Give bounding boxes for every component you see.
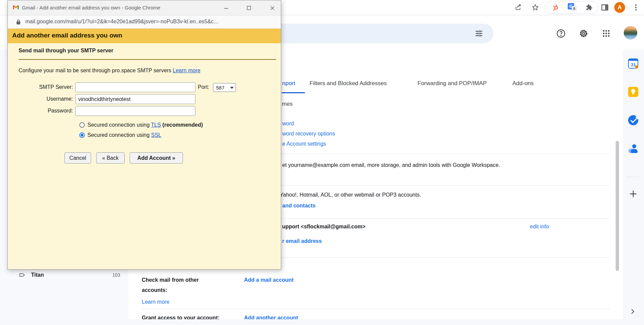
page-bottom-strip bbox=[0, 319, 623, 325]
browser-menu-kebab-icon[interactable] bbox=[632, 3, 640, 12]
close-button[interactable] bbox=[265, 0, 280, 16]
grant-access-label-clipped: Grant access to your account: bbox=[142, 315, 219, 319]
tab-accounts-import-fragment[interactable]: nport bbox=[282, 80, 295, 87]
popup-address-bar[interactable]: mail.google.com/mail/u/1/?ui=2&ik=4e20e1… bbox=[8, 16, 281, 29]
import-mail-contacts-link-fragment[interactable]: and contacts bbox=[282, 203, 316, 209]
workspace-text-fragment: et yourname@example.com email, more stor… bbox=[282, 162, 500, 168]
edit-info-link[interactable]: edit info bbox=[530, 224, 549, 230]
tls-text: Secured connection using bbox=[87, 122, 151, 128]
check-mail-learn-more-link[interactable]: Learn more bbox=[142, 299, 169, 305]
popup-url: mail.google.com/mail/u/1/?ui=2&ik=4e20e1… bbox=[25, 19, 218, 25]
active-tab-underline bbox=[281, 92, 305, 93]
section-rule bbox=[19, 59, 276, 60]
sidebar-label-name: Titan bbox=[31, 272, 44, 278]
port-label: Port: bbox=[198, 84, 209, 90]
add-addon-plus-icon[interactable] bbox=[627, 188, 639, 200]
ssl-radio-button[interactable] bbox=[79, 132, 85, 138]
rail-divider bbox=[626, 177, 640, 177]
sidebar-label-titan[interactable]: Titan 103 bbox=[19, 270, 120, 280]
popup-window: Gmail - Add another email address you ow… bbox=[7, 0, 281, 270]
password-recovery-link-fragment[interactable]: word recovery options bbox=[282, 131, 335, 137]
contacts-icon[interactable] bbox=[627, 143, 639, 155]
tls-radio-button[interactable] bbox=[79, 122, 85, 128]
ssl-radio-label: Secured connection using SSL bbox=[87, 132, 161, 138]
popup-header-band: Add another email address you own bbox=[8, 29, 281, 43]
ssl-radio-row[interactable]: Secured connection using SSL bbox=[79, 132, 161, 138]
smtp-section-title: Send mail through your SMTP server bbox=[19, 48, 113, 54]
add-another-account-link-clipped[interactable]: Add another account bbox=[244, 315, 298, 319]
label-tag-icon bbox=[19, 272, 26, 278]
add-mail-account-link[interactable]: Add a mail account bbox=[244, 277, 294, 283]
add-account-button[interactable]: Add Account » bbox=[130, 152, 183, 164]
username-input[interactable] bbox=[75, 94, 195, 104]
cancel-button[interactable]: Cancel bbox=[64, 152, 91, 164]
collapse-chevron-icon[interactable] bbox=[627, 306, 638, 317]
maximize-button[interactable] bbox=[241, 0, 256, 16]
gmail-favicon bbox=[12, 5, 19, 10]
smtp-intro-text: Configure your mail to be sent through p… bbox=[19, 68, 200, 74]
browser-profile-avatar[interactable]: A bbox=[614, 2, 625, 13]
lock-icon bbox=[16, 19, 21, 25]
ssl-link[interactable]: SSL bbox=[151, 132, 161, 138]
tab-themes-fragment[interactable]: mes bbox=[282, 101, 293, 107]
smtp-server-label: SMTP Server: bbox=[39, 84, 73, 90]
check-mail-label-line1: Check mail from other bbox=[142, 277, 199, 283]
check-mail-label-line2: accounts: bbox=[142, 287, 167, 293]
popup-window-title: Gmail - Add another email address you ow… bbox=[22, 5, 160, 10]
account-settings-link-fragment[interactable]: e Account settings bbox=[282, 141, 326, 147]
back-button[interactable]: « Back bbox=[96, 152, 125, 164]
popup-titlebar[interactable]: Gmail - Add another email address you ow… bbox=[8, 0, 281, 16]
keep-icon[interactable] bbox=[627, 86, 639, 98]
port-value: 587 bbox=[216, 85, 224, 91]
settings-gear-icon[interactable] bbox=[578, 28, 589, 39]
smtp-server-input[interactable] bbox=[75, 82, 195, 92]
add-another-email-link-fragment[interactable]: r email address bbox=[282, 238, 322, 244]
username-label: Username: bbox=[47, 96, 73, 102]
help-icon[interactable] bbox=[555, 28, 567, 39]
bookmark-star-icon[interactable] bbox=[531, 3, 540, 12]
port-select[interactable]: 587 bbox=[213, 83, 236, 92]
ssl-text: Secured connection using bbox=[87, 132, 151, 138]
tab-addons[interactable]: Add-ons bbox=[512, 80, 534, 87]
tls-radio-row[interactable]: Secured connection using TLS (recommende… bbox=[79, 122, 203, 128]
tls-link[interactable]: TLS bbox=[151, 122, 161, 128]
screen: G A A 31 Ti bbox=[0, 0, 644, 325]
import-text-fragment: Yahoo!, Hotmail, AOL, or other webmail o… bbox=[280, 192, 421, 198]
tls-recommended: (recommended) bbox=[161, 122, 203, 128]
share-icon[interactable] bbox=[514, 3, 523, 12]
tasks-icon[interactable] bbox=[627, 114, 639, 126]
row-divider bbox=[142, 309, 610, 309]
side-panel-icon[interactable] bbox=[600, 3, 610, 12]
learn-more-link[interactable]: Learn more bbox=[173, 68, 200, 73]
tls-radio-label: Secured connection using TLS (recommende… bbox=[87, 122, 203, 128]
intro-text: Configure your mail to be sent through p… bbox=[19, 68, 173, 73]
sidebar-label-count: 103 bbox=[112, 272, 120, 278]
select-caret-icon bbox=[230, 87, 234, 89]
search-options-tune-icon[interactable] bbox=[474, 28, 484, 39]
hubspot-extension-icon[interactable] bbox=[551, 3, 560, 12]
password-input[interactable] bbox=[75, 106, 195, 116]
popup-header-title: Add another email address you own bbox=[12, 32, 122, 39]
change-password-link-fragment[interactable]: word bbox=[282, 121, 294, 127]
password-label: Password: bbox=[48, 108, 73, 114]
gmail-account-avatar[interactable] bbox=[624, 26, 637, 40]
calendar-icon[interactable]: 31 bbox=[627, 57, 639, 70]
send-mail-as-address-fragment: upport <sflockmail@gmail.com> bbox=[282, 224, 366, 230]
minimize-button[interactable] bbox=[219, 0, 234, 16]
tab-filters[interactable]: Filters and Blocked Addresses bbox=[310, 80, 387, 87]
translate-extension-icon[interactable]: G A bbox=[568, 3, 577, 12]
tab-forwarding[interactable]: Forwarding and POP/IMAP bbox=[418, 80, 487, 87]
google-apps-grid-icon[interactable] bbox=[601, 28, 612, 39]
scrollbar-thumb[interactable] bbox=[616, 141, 619, 271]
extensions-puzzle-icon[interactable] bbox=[585, 3, 594, 12]
